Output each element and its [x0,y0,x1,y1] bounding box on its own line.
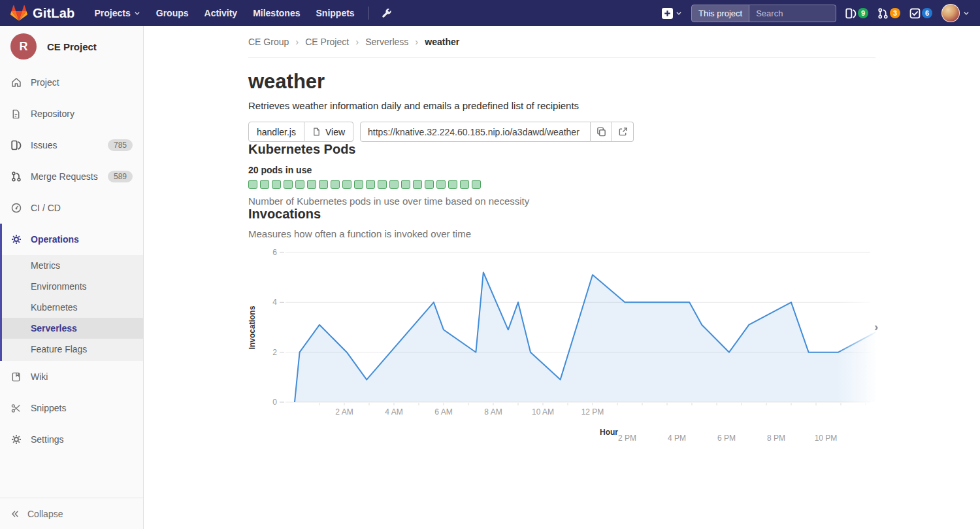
svg-text:2 AM: 2 AM [335,407,353,417]
svg-text:2: 2 [272,348,277,357]
svg-text:4 PM: 4 PM [668,434,686,443]
project-name: CE Project [47,41,97,52]
breadcrumb: CE Group › CE Project › Serverless › wea… [248,26,875,58]
issues-icon [10,140,22,150]
chevron-right-icon: › [415,36,418,47]
breadcrumb-ce-project[interactable]: CE Project [305,37,349,47]
pod-square [307,180,316,189]
pod-square [354,180,363,189]
chevron-down-icon [676,10,682,16]
copy-url-button[interactable] [591,122,612,142]
issues-icon [845,8,857,19]
search-control: This project [691,5,836,22]
project-header[interactable]: R CE Project [0,26,143,67]
sidebar-subitem-serverless[interactable]: Serverless [2,318,143,339]
search-input[interactable] [755,8,836,19]
breadcrumb-ce-group[interactable]: CE Group [248,37,289,47]
search-field-wrap [749,5,836,22]
nav-projects[interactable]: Projects [87,0,148,26]
todo-check-icon [909,8,921,19]
sidebar-subitem-feature-flags[interactable]: Feature Flags [2,339,143,360]
sidebar-item-project[interactable]: Project [0,67,143,98]
sidebar-subitem-metrics[interactable]: Metrics [2,255,143,276]
sidebar-item-settings[interactable]: Settings [0,424,143,455]
breadcrumb-current: weather [425,37,459,47]
issues-counter[interactable]: 9 [845,8,868,19]
pod-square [248,180,257,189]
project-avatar: R [10,33,37,60]
breadcrumb-serverless[interactable]: Serverless [365,37,408,47]
todos-counter[interactable]: 6 [909,8,932,19]
new-dropdown[interactable] [662,8,682,19]
pods-heading: Kubernetes Pods [248,142,889,157]
nav-milestones[interactable]: Milestones [245,0,308,26]
merge-request-icon [10,171,22,182]
pod-square [260,180,269,189]
open-url-button[interactable] [612,122,634,142]
nav-activity[interactable]: Activity [197,0,246,26]
sidebar-item-ci-cd[interactable]: CI / CD [0,192,143,224]
double-chevron-left-icon [10,509,20,519]
svg-text:10 PM: 10 PM [815,434,838,443]
svg-text:12 PM: 12 PM [581,407,604,417]
page-title: weather [248,69,889,94]
nav-snippets[interactable]: Snippets [308,0,363,26]
function-actions: handler.js View [248,122,889,142]
pod-square [319,180,328,189]
pod-square [436,180,446,189]
admin-wrench-icon[interactable] [374,0,399,26]
home-icon [10,77,22,88]
merge-requests-counter[interactable]: 3 [877,8,900,19]
collapse-sidebar-button[interactable]: Collapse [0,498,143,529]
handler-file-button[interactable]: handler.js [248,122,304,142]
invocations-area-chart: 02462 AM4 AM6 AM8 AM10 AM12 PMHour2 PM4 … [248,245,889,449]
svg-text:10 AM: 10 AM [532,407,554,417]
pod-square [389,180,399,189]
issues-count-badge: 9 [858,8,868,18]
svg-text:8 PM: 8 PM [767,434,785,443]
merge-requests-count-pill: 589 [108,171,133,182]
nav-groups[interactable]: Groups [148,0,197,26]
svg-text:4: 4 [272,298,277,307]
external-link-icon [618,127,628,137]
function-description: Retrieves weather information daily and … [248,100,889,111]
sidebar-nav: Project Repository Issues 785 Merge Requ… [0,67,143,455]
merge-requests-count-badge: 3 [890,8,900,18]
pod-square [425,180,434,189]
pod-square [448,180,457,189]
operations-subnav: Metrics Environments Kubernetes Serverle… [2,255,143,361]
sidebar-item-snippets[interactable]: Snippets [0,392,143,424]
sidebar-subitem-kubernetes[interactable]: Kubernetes [2,297,143,318]
top-nav: Projects Groups Activity Milestones Snip… [87,0,399,26]
top-navigation-bar: GitLab Projects Groups Activity Mileston… [0,0,980,26]
gitlab-logo[interactable]: GitLab [10,5,75,22]
document-icon [10,109,22,119]
chart-scroll-right-arrow[interactable]: › [874,320,878,333]
search-scope-chip[interactable]: This project [692,5,749,22]
user-menu[interactable] [941,4,970,22]
pod-square [378,180,387,189]
gitlab-tanuki-icon [10,5,27,22]
operations-section: Operations Metrics Environments Kubernet… [0,224,143,361]
svg-text:Invocations: Invocations [248,306,257,350]
invocations-chart: 02462 AM4 AM6 AM8 AM10 AM12 PMHour2 PM4 … [248,245,889,449]
svg-text:2 PM: 2 PM [618,434,636,443]
sidebar-item-operations[interactable]: Operations [2,224,143,255]
file-icon [312,128,321,136]
invocations-heading: Invocations [248,207,889,222]
sidebar-subitem-environments[interactable]: Environments [2,276,143,297]
svg-text:Hour: Hour [600,428,618,437]
sidebar-item-repository[interactable]: Repository [0,98,143,129]
sidebar-item-merge-requests[interactable]: Merge Requests 589 [0,161,143,192]
pod-square [295,180,304,189]
collapse-label: Collapse [27,509,63,519]
svg-text:0: 0 [272,398,277,407]
endpoint-url-input[interactable] [360,122,591,142]
view-handler-button[interactable]: View [304,122,353,142]
svg-text:6: 6 [272,248,277,257]
chevron-right-icon: › [295,36,299,47]
invocations-caption: Measures how often a function is invoked… [248,228,889,239]
sidebar-item-wiki[interactable]: Wiki [0,361,143,392]
sidebar-item-issues[interactable]: Issues 785 [0,129,143,161]
wiki-book-icon [10,372,22,382]
